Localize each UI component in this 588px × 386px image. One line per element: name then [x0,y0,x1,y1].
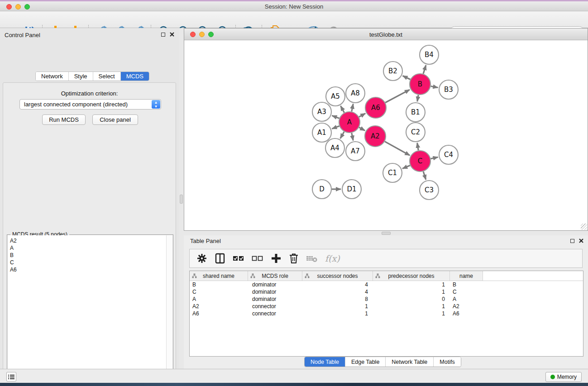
column-header-successor-nodes[interactable]: successor nodes [302,271,373,281]
table-cell[interactable]: B [450,281,483,288]
graph-node-A2[interactable]: A2 [365,126,386,147]
graph-edge-C-C3[interactable] [423,172,426,180]
table-cell[interactable]: A [450,295,483,303]
table-row[interactable]: A2connector11A2 [190,303,583,310]
table-cell[interactable]: connector [248,303,302,310]
graph-node-B1[interactable]: B1 [406,103,425,122]
close-panel-icon[interactable] [170,32,174,37]
graph-node-B4[interactable]: B4 [420,45,439,64]
table-cell[interactable]: connector [248,310,302,317]
graph-edge-A-A6[interactable] [359,114,365,117]
mcds-result-item[interactable]: A [10,244,166,252]
table-cell[interactable]: dominator [248,288,302,295]
unselect-all-icon[interactable] [252,253,263,264]
column-header-name[interactable]: name [450,271,483,281]
table-cell[interactable]: A2 [450,303,483,310]
graph-node-C2[interactable]: C2 [406,123,425,142]
table-cell[interactable]: 1 [373,303,450,310]
graph-edge-B-B3[interactable] [431,86,438,87]
graph-edge-B-B2[interactable] [403,76,411,79]
table-cell[interactable]: dominator [248,281,302,288]
table-cell[interactable]: 1 [373,281,450,288]
mcds-list-scrollbar[interactable] [166,235,172,386]
table-row[interactable]: A6connector11A6 [190,310,583,317]
table-cell[interactable]: 4 [302,281,373,288]
delete-column-icon[interactable] [289,253,299,264]
graph-edge-A6-B[interactable] [385,90,410,103]
vertical-splitter-grip[interactable] [180,195,183,204]
graph-node-C1[interactable]: C1 [383,163,402,182]
graph-node-A6[interactable]: A6 [365,97,386,118]
graph-node-D[interactable]: D [312,180,331,199]
mcds-result-list[interactable]: A2ABCA6 [8,235,166,386]
graph-edge-A-A3[interactable] [332,115,339,118]
control-tab-mcds[interactable]: MCDS [121,72,149,81]
horizontal-splitter[interactable] [184,231,588,235]
column-header-predecessor-nodes[interactable]: predecessor nodes [373,271,450,281]
graph-node-A8[interactable]: A8 [346,84,365,103]
graph-node-A1[interactable]: A1 [312,123,331,142]
graph-node-A3[interactable]: A3 [312,102,331,121]
graph-edge-A-A5[interactable] [340,106,344,113]
column-header-shared-name[interactable]: shared name [190,271,248,281]
network-graph-canvas[interactable]: B4B2BB3A8A5A6A3B1AA1C2A2A4A7C4CC1C3DD1 [184,40,588,230]
graph-edge-C-C2[interactable] [417,143,419,151]
table-cell[interactable]: B [190,281,248,288]
horizontal-splitter-grip[interactable] [382,232,391,235]
control-tab-style[interactable]: Style [69,72,93,81]
table-cell[interactable]: A2 [190,303,248,310]
table-float-panel-icon[interactable] [570,239,574,243]
table-cell[interactable]: 1 [302,303,373,310]
mcds-result-item[interactable]: C [10,259,166,266]
graph-node-C4[interactable]: C4 [439,145,458,164]
graph-edge-C-C1[interactable] [402,165,410,168]
control-tab-select[interactable]: Select [93,72,121,81]
control-tab-network[interactable]: Network [36,72,69,81]
memory-button[interactable]: Memory [545,372,582,382]
table-cell[interactable]: 1 [373,288,450,295]
table-row[interactable]: Cdominator41C [190,288,583,295]
graph-edge-A-A7[interactable] [352,133,353,141]
table-cell[interactable]: C [450,288,483,295]
graph-node-A7[interactable]: A7 [346,142,365,161]
table-tab-node-table[interactable]: Node Table [305,357,345,367]
run-mcds-button[interactable]: Run MCDS [42,114,86,125]
graph-edge-A2-C[interactable] [385,142,410,156]
window-resize-grip[interactable] [581,224,587,230]
graph-node-B3[interactable]: B3 [439,80,458,99]
table-tab-motifs[interactable]: Motifs [434,357,460,367]
column-header-MCDS-role[interactable]: MCDS role [248,271,302,281]
table-close-panel-icon[interactable] [579,238,583,243]
table-cell[interactable]: 8 [302,295,373,303]
table-cell[interactable]: 4 [302,288,373,295]
graph-edge-B-B4[interactable] [423,65,426,74]
float-panel-icon[interactable] [161,33,165,37]
table-options-gear-icon[interactable] [196,253,207,264]
mcds-result-item[interactable]: B [10,252,166,259]
graph-edge-A-A1[interactable] [332,126,339,129]
vertical-splitter[interactable] [179,28,184,369]
table-row[interactable]: Adominator80A [190,295,583,303]
table-cell[interactable]: 0 [373,295,450,303]
show-panels-list-button[interactable] [6,372,16,381]
graph-edge-B-B1[interactable] [417,95,418,102]
table-row[interactable]: Bdominator41B [190,281,583,288]
graph-node-C3[interactable]: C3 [420,181,439,200]
graph-node-B[interactable]: B [410,74,430,95]
close-panel-button[interactable]: Close panel [92,114,138,125]
optimization-criterion-select[interactable]: largest connected component (directed) ▲… [19,99,161,110]
table-tab-edge-table[interactable]: Edge Table [345,357,386,367]
graph-edge-A-A4[interactable] [340,132,344,138]
graph-node-C[interactable]: C [410,151,430,172]
mcds-result-item[interactable]: A6 [10,266,166,273]
table-cell[interactable]: A6 [190,310,248,317]
insert-column-icon[interactable] [215,253,225,264]
table-cell[interactable]: dominator [248,295,302,303]
graph-node-A4[interactable]: A4 [325,138,344,157]
table-cell[interactable]: 1 [373,310,450,317]
table-cell[interactable]: 1 [302,310,373,317]
add-column-icon[interactable] [271,253,282,264]
graph-node-D1[interactable]: D1 [342,180,361,199]
table-cell[interactable]: A6 [450,310,483,317]
graph-node-A[interactable]: A [339,112,360,133]
